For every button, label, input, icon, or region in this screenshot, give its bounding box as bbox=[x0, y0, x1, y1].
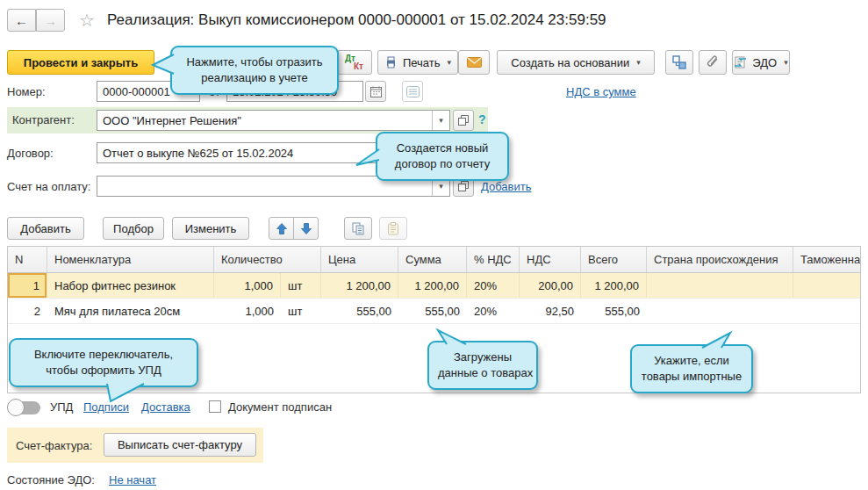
cell-sum[interactable]: 555,00 bbox=[398, 299, 467, 323]
col-header-n[interactable]: N bbox=[8, 247, 47, 272]
edo-state-label: Состояние ЭДО: bbox=[7, 473, 95, 486]
items-add-button[interactable]: Добавить bbox=[7, 217, 84, 240]
contract-label: Договор: bbox=[7, 147, 54, 160]
calendar-button[interactable] bbox=[365, 81, 386, 102]
issue-invoice-button[interactable]: Выписать счет-фактуру bbox=[104, 433, 256, 457]
table-row[interactable]: 2 Мяч для пилатеса 20см 1,000 шт 555,00 … bbox=[8, 299, 860, 324]
items-edit-label: Изменить bbox=[185, 222, 237, 235]
cell-qty[interactable]: 1,000 bbox=[214, 273, 281, 298]
edo-state-link[interactable]: Не начат bbox=[109, 473, 156, 486]
tooltip-post: Нажмите, чтобы отразить реализацию в уче… bbox=[170, 46, 339, 95]
cell-sum[interactable]: 1 200,00 bbox=[398, 273, 467, 298]
col-header-country[interactable]: Страна происхождения bbox=[647, 247, 793, 272]
cell-price[interactable]: 555,00 bbox=[321, 299, 398, 323]
document-structure-button[interactable] bbox=[665, 50, 693, 75]
back-icon: ← bbox=[15, 13, 28, 28]
edo-label: ЭДО bbox=[752, 56, 777, 69]
col-header-price[interactable]: Цена bbox=[321, 247, 398, 272]
paste-rows-button[interactable] bbox=[379, 217, 407, 240]
envelope-icon bbox=[467, 57, 482, 68]
cell-customs[interactable] bbox=[793, 299, 860, 323]
paste-icon bbox=[387, 222, 399, 235]
dropdown-button[interactable]: ▾ bbox=[432, 111, 449, 130]
copy-rows-button[interactable] bbox=[344, 217, 372, 240]
calendar-icon bbox=[370, 86, 382, 97]
cell-total[interactable]: 555,00 bbox=[581, 299, 647, 323]
col-header-sum[interactable]: Сумма bbox=[398, 247, 467, 272]
tooltip-import: Укажите, если товары импортные bbox=[630, 344, 753, 393]
edo-button[interactable]: ЭДО ▾ bbox=[732, 50, 790, 75]
cell-vat[interactable]: 200,00 bbox=[520, 273, 581, 298]
list-icon bbox=[406, 86, 420, 97]
edo-document-icon bbox=[734, 56, 747, 68]
cell-name[interactable]: Мяч для пилатеса 20см bbox=[47, 299, 214, 323]
cell-country[interactable] bbox=[647, 273, 793, 298]
tooltip-upd: Включите переключатель, чтобы оформить У… bbox=[9, 338, 198, 387]
tooltip-text: реализацию в учете bbox=[181, 70, 328, 86]
col-header-customs[interactable]: Таможенная bbox=[793, 247, 860, 272]
items-pick-button[interactable]: Подбор bbox=[103, 217, 164, 240]
tooltip-goods: Загружены данные о товарах bbox=[427, 341, 538, 390]
counterparty-help-link[interactable]: ? bbox=[478, 112, 486, 126]
page-title: Реализация: Выкуп комиссионером 0000-000… bbox=[107, 11, 606, 29]
move-up-button[interactable] bbox=[269, 217, 294, 240]
cell-qty[interactable]: 1,000 bbox=[214, 299, 281, 323]
col-header-vat[interactable]: НДС bbox=[520, 247, 581, 272]
cell-unit[interactable]: шт bbox=[281, 273, 321, 298]
document-signed-checkbox[interactable] bbox=[209, 400, 221, 413]
items-edit-button[interactable]: Изменить bbox=[172, 217, 249, 240]
cell-n[interactable]: 2 bbox=[8, 299, 47, 323]
number-label: Номер: bbox=[7, 85, 46, 98]
forward-icon: → bbox=[44, 13, 57, 28]
create-based-on-button[interactable]: Создать на основании ▾ bbox=[497, 50, 655, 75]
cell-vat-rate[interactable]: 20% bbox=[467, 273, 520, 298]
printer-icon bbox=[384, 56, 398, 68]
upd-toggle[interactable] bbox=[9, 401, 40, 414]
chevron-down-icon: ▾ bbox=[636, 58, 641, 67]
favorite-star-icon[interactable]: ☆ bbox=[79, 10, 95, 31]
contract-value: Отчет о выкупе №625 от 15.02.2024 bbox=[103, 147, 293, 160]
print-button[interactable]: Печать ▾ bbox=[377, 50, 458, 75]
payment-invoice-add-link[interactable]: Добавить bbox=[481, 180, 531, 193]
tooltip-text: данные о товарах bbox=[438, 365, 527, 381]
cell-total[interactable]: 1 200,00 bbox=[581, 273, 647, 298]
counterparty-input[interactable]: ООО "Интернет Решения" ▾ bbox=[97, 110, 450, 131]
tooltip-contract: Создается новый договор по отчету bbox=[376, 132, 509, 181]
document-signed-label: Документ подписан bbox=[228, 400, 332, 414]
items-table-header: N Номенклатура Количество Цена Сумма % Н… bbox=[8, 247, 860, 273]
delivery-link[interactable]: Доставка bbox=[141, 400, 190, 414]
col-header-total[interactable]: Всего bbox=[581, 247, 647, 272]
items-add-label: Добавить bbox=[20, 222, 70, 235]
tooltip-text: Укажите, если bbox=[641, 353, 742, 369]
tooltip-text: Включите переключатель, bbox=[19, 347, 188, 363]
col-header-name[interactable]: Номенклатура bbox=[47, 247, 214, 272]
move-down-button[interactable] bbox=[293, 217, 319, 240]
attachments-button[interactable] bbox=[699, 50, 727, 75]
table-row[interactable]: 1 Набор фитнес резинок 1,000 шт 1 200,00… bbox=[8, 273, 860, 299]
back-button[interactable]: ← bbox=[7, 9, 36, 32]
send-email-button[interactable] bbox=[458, 50, 490, 75]
tooltip-text: Нажмите, чтобы отразить bbox=[181, 54, 328, 70]
document-summary-button[interactable] bbox=[402, 81, 423, 102]
col-header-vat-rate[interactable]: % НДС bbox=[467, 247, 520, 272]
cell-price[interactable]: 1 200,00 bbox=[321, 273, 398, 298]
dt-kt-icon: ДтКт bbox=[345, 54, 364, 70]
forward-button[interactable]: → bbox=[36, 9, 65, 32]
counterparty-open-button[interactable] bbox=[453, 110, 474, 131]
cell-vat-rate[interactable]: 20% bbox=[467, 299, 520, 323]
vat-mode-link[interactable]: НДС в сумме bbox=[566, 85, 636, 98]
cell-vat[interactable]: 92,50 bbox=[520, 299, 581, 323]
cell-customs[interactable] bbox=[793, 273, 860, 298]
copy-icon bbox=[352, 222, 365, 235]
dt-kt-button[interactable]: ДтКт bbox=[337, 50, 372, 75]
col-header-qty[interactable]: Количество bbox=[214, 247, 321, 272]
cell-name[interactable]: Набор фитнес резинок bbox=[47, 273, 214, 298]
print-label: Печать bbox=[403, 56, 441, 69]
post-and-close-button[interactable]: Провести и закрыть bbox=[7, 50, 154, 75]
cell-country[interactable] bbox=[647, 299, 793, 323]
counterparty-value: ООО "Интернет Решения" bbox=[103, 114, 241, 127]
payment-invoice-label: Счет на оплату: bbox=[7, 180, 90, 193]
number-value: 0000-000001 bbox=[103, 85, 170, 98]
cell-n[interactable]: 1 bbox=[8, 273, 47, 298]
cell-unit[interactable]: шт bbox=[281, 299, 321, 323]
